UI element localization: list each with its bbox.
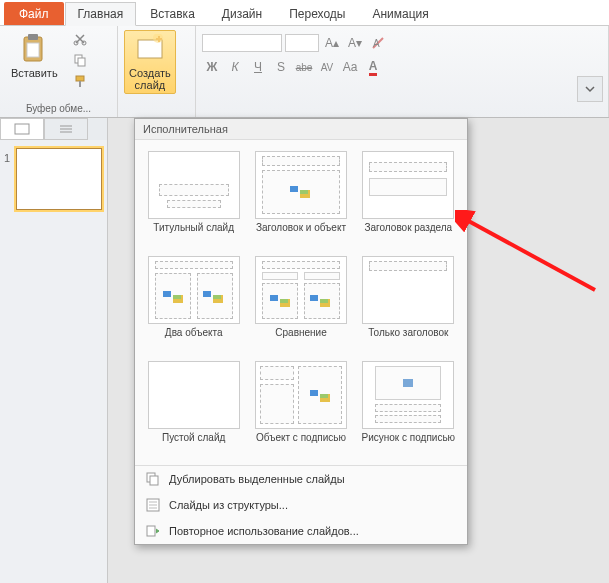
tab-animation[interactable]: Анимация (359, 2, 441, 25)
svg-rect-14 (150, 476, 158, 485)
svg-rect-6 (78, 58, 85, 66)
font-size-select[interactable] (285, 34, 319, 52)
layout-blank[interactable]: Пустой слайд (141, 356, 246, 459)
slide-number: 1 (4, 152, 10, 164)
format-painter-button[interactable] (71, 72, 89, 90)
cut-button[interactable] (71, 30, 89, 48)
new-slide-button[interactable]: Создать слайд (124, 30, 176, 94)
layout-title-only[interactable]: Только заголовок (356, 251, 461, 354)
bold-button[interactable]: Ж (202, 58, 222, 76)
layout-picture-caption[interactable]: Рисунок с подписью (356, 356, 461, 459)
clipboard-icon (18, 33, 50, 65)
shrink-font-button[interactable]: A▾ (345, 34, 365, 52)
copy-button[interactable] (71, 51, 89, 69)
tab-transitions[interactable]: Переходы (276, 2, 358, 25)
menu-slides-from-outline[interactable]: Слайды из структуры... (135, 492, 467, 518)
ribbon-expand-button[interactable] (577, 76, 603, 102)
paste-button[interactable]: Вставить (6, 30, 63, 82)
strike-button[interactable]: abe (294, 58, 314, 76)
layout-title-slide[interactable]: Титульный слайд (141, 146, 246, 249)
new-slide-label: Создать слайд (129, 67, 171, 91)
layout-title-content[interactable]: Заголовок и объект (248, 146, 353, 249)
svg-rect-1 (28, 34, 38, 40)
layout-section-header[interactable]: Заголовок раздела (356, 146, 461, 249)
svg-rect-16 (147, 526, 155, 536)
duplicate-icon (145, 471, 161, 487)
ribbon-tabs: Файл Главная Вставка Дизайн Переходы Ани… (0, 0, 609, 26)
svg-text:A: A (373, 38, 380, 49)
shadow-button[interactable]: S (271, 58, 291, 76)
change-case-button[interactable]: Aa (340, 58, 360, 76)
tab-insert[interactable]: Вставка (137, 2, 208, 25)
menu-reuse-slides[interactable]: Повторное использование слайдов... (135, 518, 467, 544)
ribbon: Вставить Буфер обме... Создать слайд (0, 26, 609, 118)
new-slide-icon (134, 33, 166, 65)
tab-home[interactable]: Главная (65, 2, 137, 26)
layout-gallery: Исполнительная Титульный слайд Заголовок… (134, 118, 468, 545)
menu-duplicate-slides[interactable]: Дублировать выделенные слайды (135, 466, 467, 492)
slide-thumbnail[interactable]: 1 (6, 148, 101, 210)
outline-icon (145, 497, 161, 513)
thumbnails-tab[interactable] (0, 118, 44, 140)
grow-font-button[interactable]: A▴ (322, 34, 342, 52)
layout-comparison[interactable]: Сравнение (248, 251, 353, 354)
svg-rect-2 (27, 43, 39, 57)
underline-button[interactable]: Ч (248, 58, 268, 76)
layout-content-caption[interactable]: Объект с подписью (248, 356, 353, 459)
tab-file[interactable]: Файл (4, 2, 64, 25)
reuse-icon (145, 523, 161, 539)
svg-rect-12 (15, 124, 29, 134)
gallery-header: Исполнительная (135, 119, 467, 140)
char-spacing-button[interactable]: AV (317, 58, 337, 76)
font-select[interactable] (202, 34, 282, 52)
clear-format-button[interactable]: A (368, 34, 388, 52)
tab-design[interactable]: Дизайн (209, 2, 275, 25)
italic-button[interactable]: К (225, 58, 245, 76)
paste-label: Вставить (11, 67, 58, 79)
svg-rect-7 (76, 76, 84, 81)
font-color-button[interactable]: A (363, 58, 383, 76)
outline-tab[interactable] (44, 118, 88, 140)
svg-rect-8 (79, 81, 81, 87)
layout-two-content[interactable]: Два объекта (141, 251, 246, 354)
slide-panel: 1 (0, 118, 108, 583)
clipboard-group-label: Буфер обме... (6, 102, 111, 115)
